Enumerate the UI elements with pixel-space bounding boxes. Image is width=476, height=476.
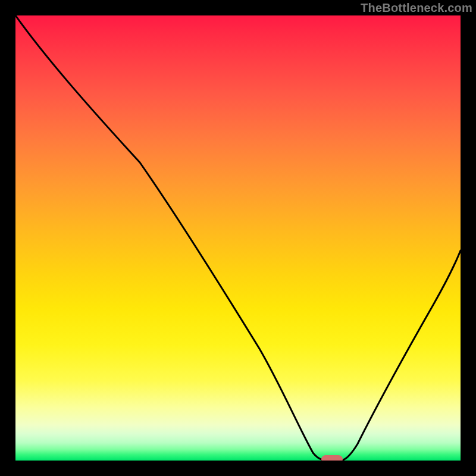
bottleneck-curve <box>15 15 461 461</box>
optimal-marker <box>321 455 343 461</box>
watermark-text: TheBottleneck.com <box>361 1 472 15</box>
plot-area <box>15 15 461 461</box>
curve-layer <box>15 15 461 461</box>
chart-container: TheBottleneck.com <box>0 0 476 476</box>
